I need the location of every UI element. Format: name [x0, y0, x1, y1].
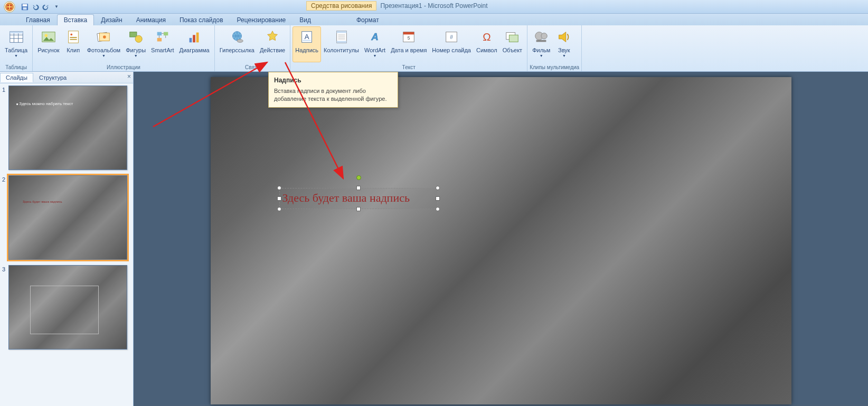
header-footer-button[interactable]: Колонтитулы	[321, 26, 362, 62]
chart-button[interactable]: Диаграмма	[177, 26, 212, 62]
svg-text:A: A	[305, 33, 309, 41]
photo-album-button[interactable]: Фотоальбом▼	[84, 26, 124, 62]
tab-view[interactable]: Вид	[293, 14, 318, 25]
group-media: Фильм▼ Звук▼ Клипы мультимедиа	[527, 25, 582, 71]
svg-point-1	[5, 2, 14, 11]
ribbon-tabs: Главная Вставка Дизайн Анимация Показ сл…	[0, 14, 868, 25]
slide-canvas[interactable]: Здесь будет ваша надпись	[211, 77, 791, 404]
slide-number-button[interactable]: # Номер слайда	[429, 26, 474, 62]
qat-redo-button[interactable]	[41, 2, 51, 12]
svg-text:#: #	[450, 34, 453, 40]
svg-rect-26	[193, 35, 195, 42]
resize-handle[interactable]	[277, 186, 281, 190]
group-text: A Надпись Колонтитулы A WordArt▼ 5 Дата …	[290, 25, 527, 71]
resize-handle[interactable]	[356, 186, 361, 190]
svg-text:5: 5	[408, 35, 410, 41]
panel-tab-slides[interactable]: Слайды	[0, 73, 33, 82]
document-name: Презентация1	[380, 2, 422, 10]
textbox-text[interactable]: Здесь будет ваша надпись	[282, 191, 410, 205]
qat-undo-button[interactable]	[31, 2, 40, 12]
tab-insert[interactable]: Вставка	[57, 14, 95, 25]
slide-thumbnail-1[interactable]: ■ Здесь можно набрать текст	[8, 86, 127, 170]
group-illustrations: Рисунок Клип Фотоальбом▼ Фигуры▼ SmartAr…	[33, 25, 215, 71]
resize-handle[interactable]	[436, 186, 440, 190]
svg-point-19	[103, 35, 106, 39]
sound-icon	[556, 28, 572, 46]
panel-tab-outline[interactable]: Структура	[33, 73, 72, 82]
datetime-icon: 5	[401, 28, 417, 46]
wordart-icon: A	[367, 28, 383, 46]
qat-save-button[interactable]	[20, 2, 30, 12]
svg-rect-10	[10, 32, 22, 34]
hyperlink-icon	[229, 28, 245, 46]
sound-button[interactable]: Звук▼	[553, 26, 575, 62]
wordart-button[interactable]: A WordArt▼	[362, 26, 388, 62]
thumbnail-row: 3	[2, 265, 131, 350]
resize-handle[interactable]	[436, 207, 440, 211]
picture-button[interactable]: Рисунок	[35, 26, 62, 62]
svg-rect-15	[70, 37, 77, 38]
svg-rect-32	[303, 40, 311, 41]
slide-thumbnail-3[interactable]	[8, 265, 127, 350]
svg-rect-50	[536, 40, 546, 42]
resize-handle[interactable]	[277, 196, 281, 201]
chart-icon	[186, 28, 202, 46]
svg-rect-27	[196, 33, 199, 43]
tab-format[interactable]: Формат	[350, 14, 386, 25]
svg-rect-24	[157, 38, 161, 42]
svg-rect-41	[403, 32, 414, 35]
tab-design[interactable]: Дизайн	[94, 14, 129, 25]
shapes-icon	[128, 28, 144, 46]
app-name: Microsoft PowerPoint	[428, 2, 487, 10]
slide-number-icon: #	[444, 28, 459, 46]
svg-text:A: A	[371, 31, 379, 42]
tooltip-title: Надпись	[274, 77, 392, 84]
tab-home[interactable]: Главная	[19, 14, 57, 25]
thumbnail-row: 2 Здесь будет ваша надпись	[2, 175, 131, 260]
resize-handle[interactable]	[277, 207, 281, 211]
svg-rect-47	[510, 35, 518, 42]
clip-button[interactable]: Клип	[62, 26, 84, 62]
slide-panel: Слайды Структура × 1 ■ Здесь можно набра…	[0, 72, 134, 406]
textbox-button[interactable]: A Надпись	[293, 26, 321, 62]
thumb-2-text: Здесь будет ваша надпись	[23, 200, 62, 203]
movie-button[interactable]: Фильм▼	[530, 26, 553, 62]
qat-dropdown[interactable]: ▼	[52, 2, 61, 12]
textbox-icon: A	[299, 28, 315, 46]
action-button[interactable]: Действие	[257, 26, 288, 62]
title-bar: ▼ Средства рисования Презентация1 - Micr…	[0, 0, 868, 14]
slide-thumbnail-2[interactable]: Здесь будет ваша надпись	[8, 175, 127, 260]
svg-rect-34	[336, 31, 346, 33]
window-title: Презентация1 - Microsoft PowerPoint	[380, 2, 487, 10]
panel-tabs: Слайды Структура ×	[0, 72, 133, 83]
selected-textbox[interactable]: Здесь будет ваша надпись	[279, 188, 438, 209]
symbol-icon: Ω	[479, 28, 495, 46]
panel-close-button[interactable]: ×	[127, 73, 131, 80]
svg-rect-22	[157, 32, 161, 36]
thumb-number: 3	[2, 265, 8, 350]
svg-point-29	[237, 40, 243, 43]
tab-review[interactable]: Рецензирование	[230, 14, 293, 25]
symbol-button[interactable]: Ω Символ	[474, 26, 500, 62]
svg-rect-35	[336, 41, 346, 43]
tab-animations[interactable]: Анимация	[129, 14, 173, 25]
thumbnail-row: 1 ■ Здесь можно набрать текст	[2, 86, 131, 170]
resize-handle[interactable]	[436, 196, 440, 201]
thumb-number: 2	[2, 175, 8, 260]
table-button[interactable]: Таблица▼	[2, 26, 30, 62]
smartart-button[interactable]: SmartArt	[148, 26, 176, 62]
tab-slideshow[interactable]: Показ слайдов	[173, 14, 230, 25]
header-footer-icon	[334, 28, 350, 46]
svg-rect-23	[164, 32, 168, 36]
tooltip: Надпись Вставка надписи в документ либо …	[268, 72, 398, 108]
resize-handle[interactable]	[356, 207, 361, 211]
tooltip-body: Вставка надписи в документ либо добавлен…	[274, 87, 392, 103]
svg-point-12	[44, 34, 48, 37]
rotate-handle[interactable]	[356, 175, 361, 180]
datetime-button[interactable]: 5 Дата и время	[388, 26, 429, 62]
office-button[interactable]	[1, 0, 18, 14]
object-button[interactable]: Объект	[500, 26, 525, 62]
hyperlink-button[interactable]: Гиперссылка	[217, 26, 257, 62]
shapes-button[interactable]: Фигуры▼	[123, 26, 148, 62]
table-icon	[8, 28, 24, 46]
